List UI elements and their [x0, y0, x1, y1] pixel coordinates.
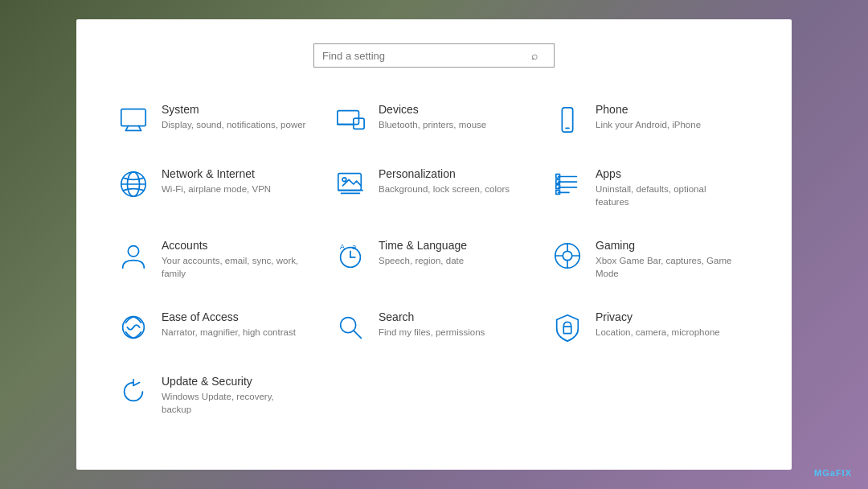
- settings-title-devices: Devices: [379, 103, 486, 116]
- settings-desc-apps: Uninstall, defaults, optional features: [596, 183, 740, 208]
- search-icon: ⌕: [531, 49, 538, 62]
- settings-item-devices[interactable]: Devices Bluetooth, printers, mouse: [326, 92, 542, 148]
- settings-item-gaming[interactable]: Gaming Xbox Game Bar, captures, Game Mod…: [542, 228, 760, 291]
- apps-icon: [551, 167, 584, 201]
- settings-item-accounts[interactable]: Accounts Your accounts, email, sync, wor…: [108, 228, 326, 291]
- network-icon: [117, 167, 150, 201]
- settings-text-phone: Phone Link your Android, iPhone: [596, 103, 701, 131]
- settings-text-personalization: Personalization Background, lock screen,…: [379, 167, 510, 195]
- settings-item-network[interactable]: Network & Internet Wi-Fi, airplane mode,…: [108, 156, 326, 220]
- settings-desc-network: Wi-Fi, airplane mode, VPN: [162, 183, 271, 195]
- personalization-icon: [334, 167, 367, 201]
- time-icon: Aa: [334, 239, 367, 273]
- settings-item-phone[interactable]: Phone Link your Android, iPhone: [542, 92, 760, 148]
- svg-point-13: [342, 178, 346, 182]
- settings-text-privacy: Privacy Location, camera, microphone: [596, 310, 720, 339]
- system-icon: [117, 103, 150, 137]
- settings-item-time[interactable]: Aa Time & Language Speech, region, date: [326, 228, 542, 291]
- settings-title-ease: Ease of Access: [162, 310, 296, 323]
- phone-icon: [551, 103, 584, 137]
- settings-title-apps: Apps: [596, 167, 740, 180]
- settings-title-search: Search: [379, 310, 485, 323]
- settings-text-network: Network & Internet Wi-Fi, airplane mode,…: [162, 167, 271, 195]
- settings-desc-update: Windows Update, recovery, backup: [162, 390, 306, 416]
- gaming-icon: [551, 239, 584, 273]
- settings-text-devices: Devices Bluetooth, printers, mouse: [379, 103, 486, 131]
- svg-text:a: a: [352, 243, 357, 252]
- settings-desc-accounts: Your accounts, email, sync, work, family: [162, 254, 306, 280]
- settings-desc-time: Speech, region, date: [379, 254, 467, 267]
- settings-text-accounts: Accounts Your accounts, email, sync, wor…: [162, 239, 306, 280]
- settings-title-update: Update & Security: [162, 375, 306, 388]
- svg-line-37: [354, 331, 362, 339]
- settings-desc-devices: Bluetooth, printers, mouse: [379, 118, 486, 131]
- settings-text-gaming: Gaming Xbox Game Bar, captures, Game Mod…: [596, 239, 740, 280]
- settings-desc-gaming: Xbox Game Bar, captures, Game Mode: [596, 254, 740, 280]
- settings-title-gaming: Gaming: [596, 239, 740, 252]
- settings-text-search: Search Find my files, permissions: [379, 310, 485, 339]
- settings-item-search[interactable]: Search Find my files, permissions: [326, 299, 542, 355]
- settings-title-time: Time & Language: [379, 239, 467, 252]
- devices-icon: [334, 103, 367, 137]
- svg-rect-4: [338, 111, 359, 125]
- settings-title-privacy: Privacy: [596, 310, 720, 323]
- settings-text-system: System Display, sound, notifications, po…: [162, 103, 305, 131]
- settings-item-system[interactable]: System Display, sound, notifications, po…: [108, 92, 326, 148]
- settings-item-ease[interactable]: Ease of Access Narrator, magnifier, high…: [108, 299, 326, 355]
- accounts-icon: [117, 239, 150, 273]
- settings-desc-system: Display, sound, notifications, power: [162, 118, 305, 131]
- search-bar[interactable]: ⌕: [313, 43, 555, 68]
- search-icon: [334, 310, 367, 344]
- update-icon: [117, 375, 150, 409]
- settings-item-personalization[interactable]: Personalization Background, lock screen,…: [326, 156, 542, 220]
- settings-desc-privacy: Location, camera, microphone: [596, 326, 720, 339]
- settings-title-system: System: [162, 103, 305, 116]
- settings-desc-search: Find my files, permissions: [379, 326, 485, 339]
- settings-text-ease: Ease of Access Narrator, magnifier, high…: [162, 310, 296, 339]
- settings-title-network: Network & Internet: [162, 167, 271, 180]
- settings-title-phone: Phone: [596, 103, 701, 116]
- search-bar-container: ⌕: [108, 43, 760, 68]
- settings-title-accounts: Accounts: [162, 239, 306, 252]
- svg-rect-0: [121, 109, 145, 126]
- svg-point-30: [563, 251, 571, 260]
- settings-text-apps: Apps Uninstall, defaults, optional featu…: [596, 167, 740, 208]
- settings-text-update: Update & Security Windows Update, recove…: [162, 375, 306, 416]
- settings-desc-ease: Narrator, magnifier, high contrast: [162, 326, 296, 339]
- svg-point-23: [128, 246, 138, 257]
- search-input[interactable]: [322, 50, 531, 62]
- privacy-icon: [551, 310, 584, 344]
- settings-item-update[interactable]: Update & Security Windows Update, recove…: [108, 364, 326, 427]
- ease-icon: [117, 310, 150, 344]
- svg-rect-38: [563, 327, 571, 334]
- settings-item-privacy[interactable]: Privacy Location, camera, microphone: [542, 299, 760, 355]
- settings-text-time: Time & Language Speech, region, date: [379, 239, 467, 267]
- watermark: MGaFIX: [814, 468, 852, 478]
- settings-desc-personalization: Background, lock screen, colors: [379, 183, 510, 195]
- settings-window: ⌕ System Display, sound, notifications, …: [76, 19, 792, 470]
- settings-desc-phone: Link your Android, iPhone: [596, 118, 701, 131]
- settings-grid: System Display, sound, notifications, po…: [108, 92, 760, 428]
- settings-title-personalization: Personalization: [379, 167, 510, 180]
- svg-text:A: A: [340, 243, 346, 252]
- settings-item-apps[interactable]: Apps Uninstall, defaults, optional featu…: [542, 156, 760, 220]
